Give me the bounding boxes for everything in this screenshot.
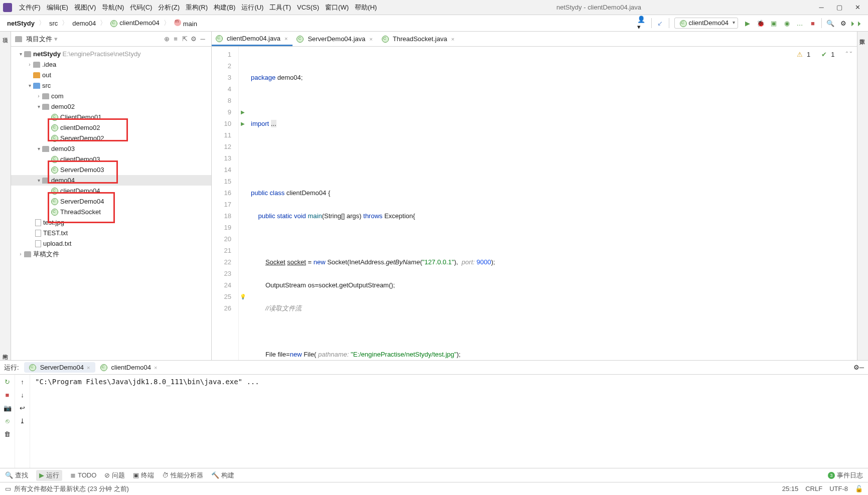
menu-help[interactable]: 帮助(H) [352,2,380,14]
hide-icon[interactable]: ─ [859,364,864,371]
todo-tab[interactable]: ≣ TODO [70,471,96,479]
hide-icon[interactable]: ─ [198,35,207,44]
breadcrumbs: netStydy〉 src〉 demo04〉 clientDemo04〉 mai… [5,18,199,29]
attach-icon[interactable]: … [794,18,805,29]
up-icon[interactable]: ↑ [18,377,28,387]
scroll-icon[interactable]: ⤓ [18,416,28,426]
project-view-title[interactable]: 项目文件 [26,35,52,44]
terminal-tab[interactable]: ▣ 终端 [133,471,154,480]
status-bar: ▭ 所有文件都处于最新状态 (23 分钟 之前) 25:15 CRLF UTF-… [0,482,868,495]
profile-icon[interactable]: ◉ [781,18,792,29]
menu-view[interactable]: 视图(V) [71,2,99,14]
editor-area: clientDemo04.java× ServerDemo04.java× Th… [212,32,857,360]
dump-icon[interactable]: 📷 [3,403,13,413]
run-main-icon[interactable]: ▶ [239,118,247,129]
menu-bar: 文件(F) 编辑(E) 视图(V) 导航(N) 代码(C) 分析(Z) 重构(R… [0,0,868,15]
breadcrumb-item[interactable]: src [47,19,60,28]
down-icon[interactable]: ↓ [18,390,28,400]
app-logo-icon [3,3,12,12]
window-title: netStydy - clientDemo04.java [556,4,641,11]
line-ending[interactable]: CRLF [805,485,822,492]
menu-navigate[interactable]: 导航(N) [99,2,127,14]
search-icon[interactable]: 🔍 [825,18,836,29]
run-panel-title: 运行: [4,363,19,372]
project-tool-window: 项目文件 ▾ ⊕ ≡ ⇱ ⚙ ─ ▾netStydy E:\enginePrac… [11,32,212,360]
settings-icon[interactable]: ⚙ [189,35,198,44]
project-panel-header: 项目文件 ▾ ⊕ ≡ ⇱ ⚙ ─ [11,32,211,47]
menu-window[interactable]: 窗口(W) [322,2,352,14]
close-tab-icon[interactable]: × [451,36,454,42]
menu-tools[interactable]: 工具(T) [266,2,294,14]
inspection-widget[interactable]: ⚠1 ✔1 ˆ ˇ [797,49,852,60]
caret-position[interactable]: 25:15 [782,485,799,492]
settings-icon[interactable]: ⚙ [853,364,859,371]
debug-icon[interactable]: 🐞 [755,18,766,29]
menu-build[interactable]: 构建(B) [211,2,238,14]
close-icon[interactable]: ✕ [854,4,861,11]
exit-icon[interactable]: ⎋ [3,416,13,426]
settings-icon[interactable]: ⚙ [838,18,849,29]
collapse-all-icon[interactable]: ⇱ [180,35,189,44]
wrap-icon[interactable]: ↩ [18,403,28,413]
user-icon[interactable]: 👤▾ [637,18,648,29]
navigation-toolbar: netStydy〉 src〉 demo04〉 clientDemo04〉 mai… [0,15,868,32]
code-editor[interactable]: 12348 910111213 1415161718 1920212223 24… [212,47,857,360]
file-encoding[interactable]: UTF-8 [829,485,848,492]
vcs-update-icon[interactable]: ↙ [655,18,666,29]
delete-icon[interactable]: 🗑 [3,429,13,439]
side-tab-database[interactable]: 数据库 [857,32,867,38]
run-side-toolbar2: ↑ ↓ ↩ ⤓ [15,375,30,468]
profiler-tab[interactable]: ⏱ 性能分析器 [162,471,203,480]
side-tab-favorites[interactable]: ★ [2,354,9,360]
find-tab[interactable]: 🔍 查找 [5,471,28,480]
locate-icon[interactable]: ⊕ [162,35,171,44]
menu-vcs[interactable]: VCS(S) [294,2,322,13]
breadcrumb-item[interactable]: main [172,18,199,29]
editor-tab[interactable]: clientDemo04.java× [212,32,293,46]
console-output[interactable]: "C:\Program Files\Java\jdk1.8.0_111\bin\… [30,375,868,468]
run-tab[interactable]: ServerDemo04× [24,362,95,373]
status-message: 所有文件都处于最新状态 (23 分钟 之前) [14,484,129,493]
close-tab-icon[interactable]: × [369,36,372,42]
run-anything-icon[interactable]: ⏵⏵ [851,18,862,29]
code-content[interactable]: ⚠1 ✔1 ˆ ˇ package demo04; import ... pub… [247,47,857,360]
event-log-tab[interactable]: 3 事件日志 [828,471,863,480]
folder-icon [15,36,22,42]
run-tool-window: 运行: ServerDemo04× clientDemo04× ⚙ ─ ↻ ■ … [0,360,868,468]
coverage-icon[interactable]: ▣ [768,18,779,29]
project-tree[interactable]: ▾netStydy E:\enginePractise\netStydy ›.i… [11,47,211,360]
menu-refactor[interactable]: 重构(R) [183,2,211,14]
stop-icon[interactable]: ■ [3,390,13,400]
menu-edit[interactable]: 编辑(E) [44,2,71,14]
bottom-tool-bar: 🔍 查找 ▶ 运行 ≣ TODO ⊘ 问题 ▣ 终端 ⏱ 性能分析器 🔨 构建 … [0,468,868,482]
problems-tab[interactable]: ⊘ 问题 [104,471,125,480]
breadcrumb-item[interactable]: netStydy [5,19,37,28]
menu-analyze[interactable]: 分析(Z) [155,2,183,14]
line-gutter: 12348 910111213 1415161718 1920212223 24… [212,47,239,360]
build-tab[interactable]: 🔨 构建 [211,471,234,480]
run-class-icon[interactable]: ▶ [239,106,247,118]
run-icon[interactable]: ▶ [742,18,753,29]
breadcrumb-item[interactable]: demo04 [70,19,98,28]
rerun-icon[interactable]: ↻ [3,377,13,387]
run-tab[interactable]: clientDemo04× [95,362,163,373]
lock-icon[interactable]: 🔓 [855,485,863,492]
editor-tab[interactable]: ServerDemo04.java× [293,33,377,46]
intention-bulb-icon[interactable]: 💡 [239,291,247,302]
breadcrumb-item[interactable]: clientDemo04 [108,18,162,28]
menu-file[interactable]: 文件(F) [16,2,44,14]
run-gutter: ▶ ▶ 💡 [239,47,247,360]
main-content: 项目 结构 ★ 项目文件 ▾ ⊕ ≡ ⇱ ⚙ ─ ▾netStydy E:\en… [0,32,868,360]
run-config-dropdown[interactable]: clientDemo04 [674,18,739,29]
stop-icon[interactable]: ■ [807,18,818,29]
editor-tab[interactable]: ThreadSocket.java× [378,33,460,46]
close-tab-icon[interactable]: × [284,36,287,42]
minimize-icon[interactable]: ─ [818,4,825,11]
maximize-icon[interactable]: ▢ [836,4,843,11]
left-side-tabs: 项目 结构 ★ [0,32,11,360]
expand-all-icon[interactable]: ≡ [171,35,180,44]
editor-tabs: clientDemo04.java× ServerDemo04.java× Th… [212,32,857,47]
menu-code[interactable]: 代码(C) [127,2,155,14]
menu-run[interactable]: 运行(U) [238,2,266,14]
run-tab[interactable]: ▶ 运行 [36,470,62,481]
